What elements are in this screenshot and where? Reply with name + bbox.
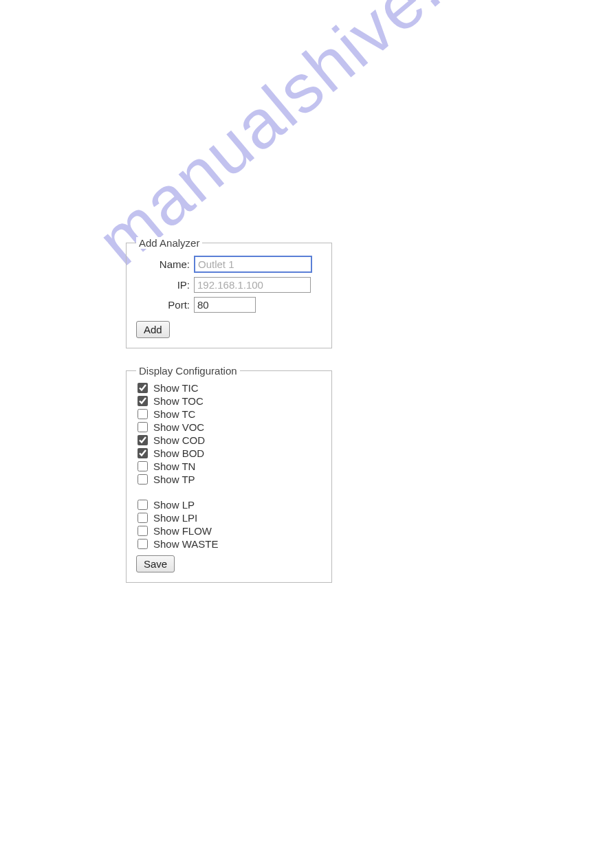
checkbox-row: Show LP [136, 499, 322, 511]
display-opt1-label-0: Show TIC [153, 382, 199, 394]
checkbox-row: Show WASTE [136, 538, 322, 550]
checkbox-group-1: Show TICShow TOCShow TCShow VOCShow CODS… [136, 382, 322, 485]
display-opt1-checkbox-2[interactable] [138, 409, 148, 419]
display-opt2-label-1: Show LPI [153, 512, 197, 524]
name-input[interactable] [194, 256, 312, 273]
display-opt2-label-0: Show LP [153, 499, 195, 511]
save-button[interactable]: Save [136, 555, 175, 572]
ip-label: IP: [136, 279, 190, 291]
checkbox-row: Show TOC [136, 395, 322, 407]
checkbox-group-2: Show LPShow LPIShow FLOWShow WASTE [136, 499, 322, 550]
display-opt2-checkbox-1[interactable] [138, 513, 148, 523]
display-opt1-checkbox-4[interactable] [138, 435, 148, 445]
display-opt1-label-2: Show TC [153, 408, 195, 420]
port-row: Port: [136, 297, 322, 313]
display-opt1-label-1: Show TOC [153, 395, 204, 407]
ip-input[interactable] [194, 277, 311, 293]
checkbox-row: Show TIC [136, 382, 322, 394]
checkbox-row: Show LPI [136, 512, 322, 524]
checkbox-row: Show VOC [136, 421, 322, 433]
name-label: Name: [136, 258, 190, 270]
display-opt1-checkbox-3[interactable] [138, 422, 148, 432]
group-gap [136, 487, 322, 499]
display-opt1-label-6: Show TN [153, 460, 195, 472]
display-config-legend: Display Configuration [136, 365, 240, 377]
checkbox-row: Show BOD [136, 447, 322, 459]
checkbox-row: Show TN [136, 460, 322, 472]
display-opt2-label-2: Show FLOW [153, 525, 212, 537]
display-opt1-checkbox-7[interactable] [138, 474, 148, 485]
display-opt1-checkbox-5[interactable] [138, 448, 148, 458]
name-row: Name: [136, 256, 322, 273]
display-opt1-checkbox-6[interactable] [138, 461, 148, 471]
port-label: Port: [136, 299, 190, 311]
ip-row: IP: [136, 277, 322, 293]
display-opt1-label-4: Show COD [153, 434, 205, 446]
checkbox-row: Show FLOW [136, 525, 322, 537]
add-analyzer-fieldset: Add Analyzer Name: IP: Port: Add [126, 237, 332, 348]
display-opt1-checkbox-0[interactable] [138, 383, 148, 393]
checkbox-row: Show TP [136, 474, 322, 485]
checkbox-row: Show TC [136, 408, 322, 420]
port-input[interactable] [194, 297, 256, 313]
display-opt2-checkbox-0[interactable] [138, 500, 148, 510]
display-opt1-label-5: Show BOD [153, 447, 204, 459]
display-opt1-label-3: Show VOC [153, 421, 204, 433]
display-opt2-label-3: Show WASTE [153, 538, 218, 550]
display-opt2-checkbox-2[interactable] [138, 526, 148, 536]
add-button[interactable]: Add [136, 321, 170, 338]
checkbox-row: Show COD [136, 434, 322, 446]
display-opt2-checkbox-3[interactable] [138, 539, 148, 549]
add-analyzer-legend: Add Analyzer [136, 237, 202, 249]
display-opt1-label-7: Show TP [153, 474, 195, 485]
page-content: Add Analyzer Name: IP: Port: Add Display… [126, 237, 332, 599]
display-config-fieldset: Display Configuration Show TICShow TOCSh… [126, 365, 332, 583]
display-opt1-checkbox-1[interactable] [138, 396, 148, 406]
